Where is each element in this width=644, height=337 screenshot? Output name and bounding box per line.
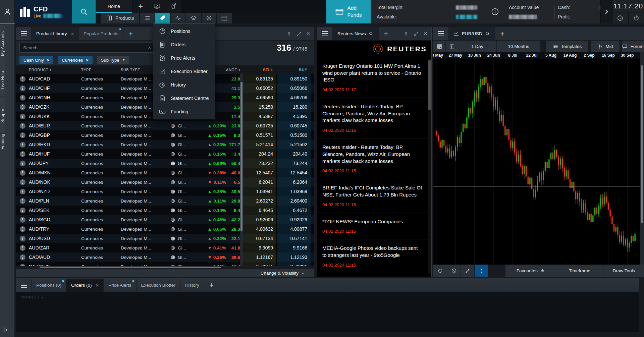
product-name-cell[interactable]: AUD/ZAR <box>29 243 81 252</box>
filter-chip-currencies[interactable]: Currencies× <box>58 56 92 64</box>
row-menu-button[interactable] <box>16 206 29 215</box>
table-row[interactable]: AUD/HKD Currencies Developed M... Gl... … <box>16 140 314 149</box>
news-item[interactable]: *TOP NEWS* European Companies 04.02.2020… <box>317 213 431 240</box>
menu-item[interactable]: Price Alerts <box>153 51 215 65</box>
sell-price-button[interactable]: 4.69590 <box>243 93 276 102</box>
buy-price-button[interactable]: 0.51580 <box>276 130 311 140</box>
settings-button[interactable] <box>202 13 216 23</box>
product-name-cell[interactable]: AUD/HKD <box>29 140 81 149</box>
range-button[interactable]: 10 Months <box>497 41 540 52</box>
table-horizontal-scrollbar[interactable] <box>16 266 314 269</box>
col-type[interactable]: TYPE <box>81 68 121 72</box>
tab-product-library[interactable]: Product Library× <box>32 27 79 40</box>
price-type-button[interactable]: Mid <box>591 41 620 52</box>
sell-price-button[interactable]: 1.03941 <box>243 187 276 196</box>
sell-price-button[interactable]: 0.89135 <box>243 74 276 83</box>
tab-popular-products[interactable]: Popular Products <box>79 27 123 40</box>
sell-price-button[interactable]: 1.12167 <box>243 252 276 262</box>
dock-tab[interactable]: Positions (0) × <box>32 279 66 292</box>
table-row[interactable]: CAD/CHF Currencies Developed M... Gl... … <box>16 262 314 266</box>
buy-price-button[interactable]: 1.12193 <box>276 252 311 262</box>
remove-filter-icon[interactable]: × <box>86 58 89 63</box>
dock-tab[interactable]: Price Alerts × <box>104 279 136 292</box>
chart-details-button[interactable] <box>433 41 445 52</box>
buy-price-button[interactable]: 0.60745 <box>276 121 311 130</box>
search-input[interactable] <box>19 43 154 53</box>
close-panel-icon[interactable]: × <box>424 30 427 37</box>
sell-price-button[interactable]: 73.232 <box>243 159 276 168</box>
buy-price-button[interactable]: 0.67141 <box>276 234 311 243</box>
sell-price-button[interactable]: 4.5387 <box>243 112 276 121</box>
menu-item[interactable]: Funding <box>153 105 215 118</box>
row-menu-button[interactable] <box>16 140 29 149</box>
sell-price-button[interactable]: 0.65052 <box>243 83 276 93</box>
drag-handle-icon[interactable] <box>404 31 409 37</box>
table-row[interactable]: AUD/HUF Currencies Developed M... Gl... … <box>16 149 314 159</box>
buy-price-button[interactable]: 2.60400 <box>276 196 311 206</box>
add-funds-button[interactable]: AddFunds <box>326 0 371 23</box>
tab-home[interactable]: Home <box>96 0 132 13</box>
buy-price-button[interactable]: 73.244 <box>276 159 311 168</box>
buy-price-button[interactable]: 4.5395 <box>276 112 311 121</box>
logout-button[interactable] <box>629 12 644 23</box>
product-name-cell[interactable]: AUD/MXN <box>29 168 81 177</box>
products-button[interactable]: Products <box>101 13 139 23</box>
reset-chart-button[interactable] <box>433 265 447 277</box>
sidebar-item[interactable]: Funding <box>0 133 5 150</box>
row-menu-button[interactable] <box>16 112 29 121</box>
menu-item[interactable]: History <box>153 78 215 92</box>
row-menu-button[interactable] <box>16 74 29 83</box>
buy-price-button[interactable]: 4.00877 <box>276 224 311 234</box>
row-menu-button[interactable] <box>16 159 29 168</box>
new-workspace-tab-button[interactable]: + <box>132 0 149 13</box>
menu-item[interactable]: Positions <box>153 24 215 38</box>
table-row[interactable]: AUD/NOK Currencies Developed M... Gl... … <box>16 177 314 187</box>
row-menu-button[interactable] <box>16 234 29 243</box>
product-name-cell[interactable]: AUD/PLN <box>29 196 81 206</box>
sell-price-button[interactable]: 5.21414 <box>243 140 276 149</box>
product-name-cell[interactable]: CAD/AUD <box>29 252 81 262</box>
user-menu-button[interactable] <box>0 0 15 23</box>
order-ticket-button[interactable] <box>475 265 488 277</box>
table-row[interactable]: CAD/AUD Currencies Developed M... Gl... … <box>16 252 314 262</box>
table-row[interactable]: AUD/GBP Currencies Developed M... Gl... … <box>16 130 314 140</box>
menu-item[interactable]: Execution Blotter <box>153 65 215 78</box>
product-name-cell[interactable]: AUD/CZK <box>29 102 81 112</box>
drag-handle-icon[interactable] <box>286 31 291 37</box>
table-row[interactable]: AUD/TRY Currencies Developed M... Gl... … <box>16 224 314 234</box>
col-product[interactable]: PRODUCT▴▾ <box>29 68 81 72</box>
product-name-cell[interactable]: AUD/TRY <box>29 224 81 234</box>
add-tab-button[interactable]: + <box>123 27 138 40</box>
info-icon[interactable] <box>491 7 499 16</box>
row-menu-button[interactable] <box>16 168 29 177</box>
row-menu-button[interactable] <box>16 177 29 187</box>
buy-price-button[interactable]: 1.03969 <box>276 187 311 196</box>
buy-price-button[interactable]: 6.4672 <box>276 206 311 215</box>
close-icon[interactable]: × <box>96 282 99 288</box>
tab-eurusd-chart[interactable]: EUR/USD <box>449 27 495 40</box>
tab-reuters-news[interactable]: Reuters News <box>333 27 379 40</box>
interval-button[interactable]: 1 Day <box>458 41 496 52</box>
sell-price-button[interactable]: 12.5407 <box>243 168 276 177</box>
product-name-cell[interactable]: AUD/GBP <box>29 130 81 140</box>
draw-tools-button[interactable]: Draw Tools <box>603 265 644 277</box>
table-row[interactable]: AUD/EUR Currencies Developed M... Gl... … <box>16 121 314 130</box>
row-menu-button[interactable] <box>16 215 29 224</box>
col-buy[interactable]: BUY <box>276 68 311 72</box>
menu-item[interactable]: Orders <box>153 38 215 51</box>
product-name-cell[interactable]: CAD/CHF <box>29 262 81 266</box>
product-name-cell[interactable]: AUD/CAD <box>29 74 81 83</box>
product-name-cell[interactable]: AUD/SGD <box>29 215 81 224</box>
search-icon[interactable] <box>485 31 490 36</box>
education-button[interactable] <box>186 13 201 23</box>
row-menu-button[interactable] <box>16 83 29 93</box>
buy-price-button[interactable]: 15.280 <box>276 102 311 112</box>
table-vertical-scrollbar[interactable] <box>240 74 243 266</box>
row-menu-button[interactable] <box>16 243 29 252</box>
sell-price-button[interactable]: 0.51571 <box>243 130 276 140</box>
sidebar-item[interactable]: My Accounts <box>0 24 5 63</box>
buy-price-button[interactable]: 12.5454 <box>276 168 311 177</box>
sell-price-button[interactable]: 6.4645 <box>243 206 276 215</box>
remove-filter-icon[interactable]: × <box>47 58 50 63</box>
buy-price-button[interactable]: 6.2064 <box>276 177 311 187</box>
